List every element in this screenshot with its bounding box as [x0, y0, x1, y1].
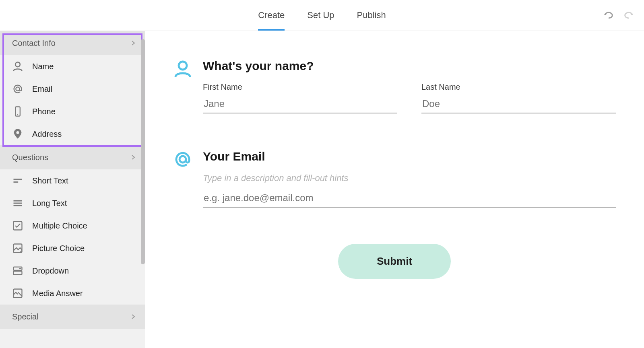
- dropdown-icon: [12, 265, 23, 276]
- phone-icon: [12, 106, 23, 117]
- sidebar-item-label: Email: [32, 84, 52, 94]
- sidebar-item-label: Short Text: [32, 176, 68, 185]
- email-input[interactable]: [203, 190, 616, 208]
- question-title[interactable]: What's your name?: [203, 59, 616, 73]
- tab-publish[interactable]: Publish: [357, 0, 386, 31]
- header-actions: [603, 11, 634, 19]
- sidebar-item-long-text[interactable]: Long Text: [0, 192, 145, 214]
- tab-setup[interactable]: Set Up: [307, 0, 334, 31]
- sidebar-item-label: Multiple Choice: [32, 221, 87, 231]
- panel-items-contact-info: Name Email Phone: [0, 55, 145, 145]
- sidebar: Contact Info Name: [0, 31, 145, 348]
- person-icon: [173, 59, 192, 78]
- field-first-name: First Name: [203, 82, 397, 113]
- field-label: Last Name: [421, 82, 616, 92]
- panel-title: Contact Info: [12, 39, 56, 48]
- submit-button[interactable]: Submit: [338, 244, 451, 279]
- long-text-icon: [12, 198, 23, 209]
- chevron-right-icon: [131, 312, 135, 321]
- short-text-icon: [12, 175, 23, 186]
- form-canvas: What's your name? First Name Last Name: [145, 31, 644, 348]
- field-last-name: Last Name: [421, 82, 616, 113]
- redo-icon[interactable]: [623, 11, 634, 19]
- media-icon: [12, 288, 23, 299]
- chevron-right-icon: [131, 39, 135, 48]
- svg-point-16: [179, 62, 187, 70]
- sidebar-item-picture-choice[interactable]: Picture Choice: [0, 237, 145, 259]
- svg-rect-13: [14, 271, 22, 274]
- panel-header-questions[interactable]: Questions: [0, 145, 145, 169]
- submit-wrap: Submit: [173, 244, 616, 279]
- sidebar-item-label: Media Answer: [32, 289, 83, 298]
- header-tabs: Create Set Up Publish: [258, 0, 386, 31]
- sidebar-item-short-text[interactable]: Short Text: [0, 169, 145, 192]
- app-header: Create Set Up Publish: [0, 0, 644, 31]
- image-icon: [12, 243, 23, 254]
- chevron-right-icon: [131, 153, 135, 162]
- undo-icon[interactable]: [603, 11, 614, 19]
- tab-create[interactable]: Create: [258, 0, 285, 31]
- at-icon: [12, 83, 23, 95]
- sidebar-item-label: Picture Choice: [32, 244, 85, 253]
- field-label: First Name: [203, 82, 397, 92]
- panel-header-contact-info[interactable]: Contact Info: [0, 31, 145, 55]
- sidebar-item-email[interactable]: Email: [0, 78, 145, 100]
- checkbox-icon: [12, 220, 23, 231]
- panel-title: Special: [12, 312, 39, 321]
- question-title[interactable]: Your Email: [203, 150, 616, 163]
- panel-items-questions: Short Text Long Text Multiple Choice: [0, 169, 145, 305]
- question-description[interactable]: Type in a description and fill-out hints: [203, 173, 616, 183]
- svg-point-0: [15, 62, 20, 67]
- svg-point-3: [17, 114, 18, 115]
- panel-header-special[interactable]: Special: [0, 305, 145, 329]
- sidebar-item-media-answer[interactable]: Media Answer: [0, 282, 145, 305]
- svg-point-4: [17, 131, 19, 134]
- question-email: Your Email Type in a description and fil…: [173, 150, 616, 208]
- question-name: What's your name? First Name Last Name: [173, 59, 616, 113]
- sidebar-item-name[interactable]: Name: [0, 55, 145, 78]
- sidebar-item-label: Address: [32, 130, 62, 139]
- sidebar-item-label: Phone: [32, 107, 56, 116]
- panel-title: Questions: [12, 153, 48, 162]
- sidebar-item-multiple-choice[interactable]: Multiple Choice: [0, 214, 145, 237]
- sidebar-item-label: Long Text: [32, 199, 67, 208]
- svg-point-1: [16, 87, 19, 91]
- pin-icon: [12, 128, 23, 140]
- person-icon: [12, 61, 23, 72]
- last-name-input[interactable]: [421, 96, 616, 113]
- sidebar-item-address[interactable]: Address: [0, 123, 145, 145]
- sidebar-item-phone[interactable]: Phone: [0, 100, 145, 123]
- sidebar-item-label: Dropdown: [32, 266, 69, 276]
- sidebar-scrollbar[interactable]: [141, 39, 145, 264]
- sidebar-item-dropdown[interactable]: Dropdown: [0, 259, 145, 282]
- first-name-input[interactable]: [203, 96, 397, 113]
- sidebar-item-label: Name: [32, 62, 54, 71]
- at-icon: [173, 150, 192, 169]
